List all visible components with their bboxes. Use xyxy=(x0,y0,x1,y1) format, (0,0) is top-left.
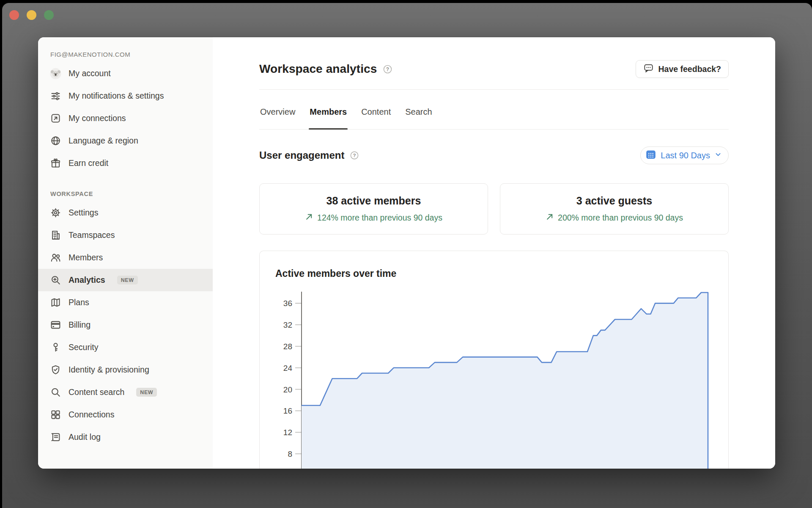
sidebar-item-label: Security xyxy=(69,342,98,353)
sliders-icon xyxy=(50,90,61,102)
sidebar-item-members[interactable]: Members xyxy=(38,246,213,269)
sidebar-item-label: Language & region xyxy=(69,135,138,146)
sidebar-item-language-region[interactable]: Language & region xyxy=(38,130,213,152)
analytics-tabs: OverviewMembersContentSearch xyxy=(259,90,729,130)
sidebar-item-label: Identity & provisioning xyxy=(69,364,149,375)
chevron-down-icon xyxy=(714,151,722,160)
svg-text:16: 16 xyxy=(283,406,292,415)
avatar-koala-icon xyxy=(50,68,61,79)
sidebar-item-label: Teamspaces xyxy=(69,229,115,241)
stat-value: 3 active guests xyxy=(576,195,652,207)
tab-overview[interactable]: Overview xyxy=(259,107,296,129)
sidebar-item-label: My account xyxy=(69,68,111,79)
workspace-section-heading: Workspace xyxy=(50,190,213,197)
stat-delta-text: 200% more than previous 90 days xyxy=(558,213,683,223)
minimize-window-icon[interactable] xyxy=(27,10,36,20)
help-icon[interactable]: ? xyxy=(383,64,392,74)
sidebar-item-analytics[interactable]: AnalyticsNEW xyxy=(38,269,213,291)
trend-up-icon xyxy=(546,213,554,223)
svg-text:8: 8 xyxy=(288,450,292,458)
svg-text:28: 28 xyxy=(283,342,292,351)
page-title-wrap: Workspace analytics ? xyxy=(259,62,392,76)
sidebar-item-billing[interactable]: Billing xyxy=(38,314,213,336)
magnifier-plus-icon xyxy=(50,274,61,286)
svg-text:36: 36 xyxy=(283,299,292,308)
account-email-heading: FIG@MAKENOTION.COM xyxy=(50,51,213,58)
desktop-background: FIG@MAKENOTION.COM My accountMy notifica… xyxy=(2,3,812,508)
section-title-wrap: User engagement ? xyxy=(259,149,359,161)
sidebar-item-label: Audit log xyxy=(69,431,101,443)
svg-text:?: ? xyxy=(386,66,389,72)
stat-delta: 200% more than previous 90 days xyxy=(546,213,683,223)
stat-delta-text: 124% more than previous 90 days xyxy=(317,213,442,223)
scroll-icon xyxy=(50,431,61,443)
settings-sidebar: FIG@MAKENOTION.COM My accountMy notifica… xyxy=(38,37,213,469)
content-header: Workspace analytics ? Have feedback? xyxy=(259,60,729,78)
main-content: Workspace analytics ? Have feedback? Ove… xyxy=(213,37,775,469)
window-controls xyxy=(9,10,54,20)
trend-up-icon xyxy=(305,213,313,223)
user-engagement-row: User engagement ? Last 90 Days xyxy=(259,146,729,164)
arrow-up-right-box-icon xyxy=(50,113,61,124)
sidebar-item-my-account[interactable]: My account xyxy=(38,62,213,85)
building-icon xyxy=(50,229,61,241)
sidebar-item-label: Members xyxy=(69,252,103,263)
svg-text:20: 20 xyxy=(283,385,292,394)
stat-card-1: 3 active guests200% more than previous 9… xyxy=(500,183,729,235)
tab-content[interactable]: Content xyxy=(360,107,392,129)
settings-dialog: FIG@MAKENOTION.COM My accountMy notifica… xyxy=(38,37,775,469)
have-feedback-label: Have feedback? xyxy=(658,64,721,74)
workspace-nav: SettingsTeamspacesMembersAnalyticsNEWPla… xyxy=(38,202,213,448)
tab-members[interactable]: Members xyxy=(309,107,348,129)
sidebar-item-my-notifications-settings[interactable]: My notifications & settings xyxy=(38,85,213,107)
stat-delta: 124% more than previous 90 days xyxy=(305,213,442,223)
have-feedback-button[interactable]: Have feedback? xyxy=(636,60,729,78)
sidebar-item-my-connections[interactable]: My connections xyxy=(38,107,213,130)
svg-text:32: 32 xyxy=(283,320,292,329)
page-title: Workspace analytics xyxy=(259,62,377,76)
sidebar-item-plans[interactable]: Plans xyxy=(38,291,213,314)
sidebar-item-content-search[interactable]: Content searchNEW xyxy=(38,381,213,403)
sidebar-item-label: Earn credit xyxy=(69,157,108,169)
sidebar-item-label: My connections xyxy=(69,113,126,124)
sidebar-item-connections[interactable]: Connections xyxy=(38,403,213,426)
feedback-bubble-icon xyxy=(643,63,654,75)
date-range-label: Last 90 Days xyxy=(661,151,710,160)
sidebar-item-label: Connections xyxy=(69,409,114,420)
close-window-icon[interactable] xyxy=(9,10,19,20)
sidebar-item-security[interactable]: Security xyxy=(38,336,213,359)
stat-value: 38 active members xyxy=(326,195,421,207)
sidebar-item-label: Content search xyxy=(69,387,124,398)
tab-search[interactable]: Search xyxy=(404,107,433,129)
key-icon xyxy=(50,342,61,353)
sidebar-item-label: Billing xyxy=(69,319,91,331)
magnifier-icon xyxy=(50,387,61,398)
engagement-help-icon[interactable]: ? xyxy=(350,151,359,160)
calendar-icon xyxy=(645,149,656,162)
svg-text:12: 12 xyxy=(283,428,292,437)
sidebar-item-audit-log[interactable]: Audit log xyxy=(38,426,213,448)
user-engagement-title: User engagement xyxy=(259,149,344,161)
zoom-window-icon[interactable] xyxy=(44,10,54,20)
gift-icon xyxy=(50,157,61,169)
active-members-area-chart: 363228242016128 xyxy=(260,251,729,469)
new-badge: NEW xyxy=(136,388,157,397)
svg-text:24: 24 xyxy=(283,364,293,373)
sidebar-item-label: Plans xyxy=(69,297,89,308)
sidebar-item-label: My notifications & settings xyxy=(69,90,164,102)
stat-cards: 38 active members124% more than previous… xyxy=(259,183,729,235)
account-nav: My accountMy notifications & settingsMy … xyxy=(38,62,213,174)
active-members-chart-card: Active members over time 363228242016128 xyxy=(259,251,729,469)
sidebar-item-label: Analytics xyxy=(69,274,105,286)
sidebar-item-earn-credit[interactable]: Earn credit xyxy=(38,152,213,174)
globe-icon xyxy=(50,135,61,146)
sidebar-item-identity-provisioning[interactable]: Identity & provisioning xyxy=(38,359,213,381)
credit-card-icon xyxy=(50,319,61,331)
map-icon xyxy=(50,297,61,308)
stat-card-0: 38 active members124% more than previous… xyxy=(259,183,488,235)
gear-icon xyxy=(50,207,61,218)
date-range-dropdown[interactable]: Last 90 Days xyxy=(640,146,729,164)
sidebar-item-settings[interactable]: Settings xyxy=(38,202,213,224)
sidebar-item-teamspaces[interactable]: Teamspaces xyxy=(38,224,213,246)
sidebar-item-label: Settings xyxy=(69,207,98,218)
